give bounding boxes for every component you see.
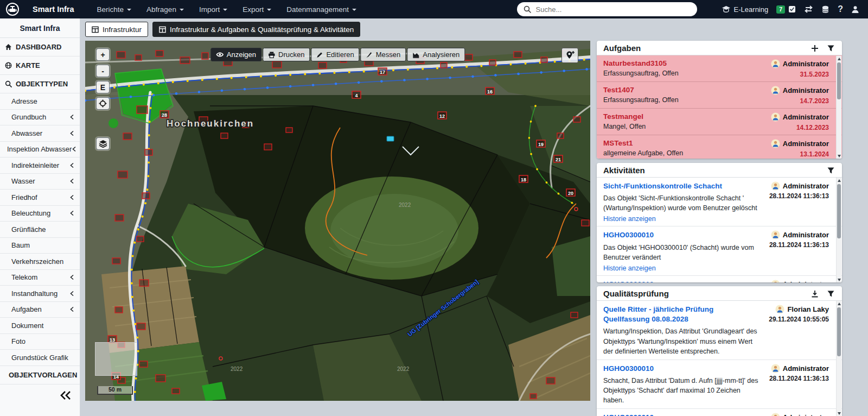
add-task-button[interactable] — [811, 45, 819, 52]
sidebar-item-friedhof[interactable]: Friedhof — [0, 190, 80, 206]
caret-down-icon — [223, 9, 227, 11]
menu-import[interactable]: Import — [199, 5, 227, 14]
map-marker: 13 — [110, 337, 115, 343]
add-marker-button[interactable] — [561, 48, 578, 63]
sidebar-item-indirekteinleiter[interactable]: Indirekteinleiter — [0, 157, 80, 174]
map-marker: 16 — [487, 89, 493, 94]
sidebar-item-beleuchtung[interactable]: Beleuchtung — [0, 206, 80, 222]
avatar — [771, 59, 780, 68]
scrollbar-thumb[interactable] — [837, 62, 841, 99]
activity-row[interactable]: Sicht-/Funktionskontrolle Schacht Das Ob… — [597, 178, 842, 226]
sidebar-item-dashboard[interactable]: DASHBOARD — [0, 38, 80, 56]
menu-abfragen[interactable]: Abfragen — [146, 5, 184, 14]
notification-badge[interactable]: 7 — [776, 5, 785, 14]
aufgaben-panel-title: Aufgaben — [603, 43, 641, 53]
map-overview-inset[interactable] — [95, 342, 137, 376]
chevron-left-icon — [69, 130, 74, 136]
scrollbar[interactable] — [836, 178, 841, 282]
app-logo-icon[interactable] — [5, 2, 20, 16]
tab-infrastruktur-aufgaben-qualitaetspruefung-aktivitaeten[interactable]: Infrastruktur & Aufgaben & Qualitätsprüf… — [152, 22, 360, 37]
scroll-up-arrow[interactable] — [837, 56, 841, 61]
quality-row[interactable]: Quelle Ritter - jährliche Prüfung Quellf… — [597, 301, 842, 360]
search-box — [517, 2, 697, 16]
sidebar-item-inspektion-abwasser[interactable]: Inspektion Abwasser — [0, 142, 80, 158]
sidebar-item-foto[interactable]: Foto — [0, 334, 80, 350]
database-icon[interactable] — [821, 5, 829, 14]
sidebar-item-dokument[interactable]: Dokument — [0, 318, 80, 334]
historie-anzeigen-link[interactable]: Historie anzeigen — [603, 215, 760, 223]
scroll-up-arrow[interactable] — [837, 178, 841, 183]
scrollbar[interactable] — [836, 56, 841, 159]
sidebar-item-baum[interactable]: Baum — [0, 238, 80, 254]
scroll-down-arrow[interactable] — [837, 277, 841, 282]
sidebar-collapse-button[interactable] — [0, 385, 80, 406]
help-icon[interactable]: ? — [838, 4, 843, 14]
sidebar-item-grundbuch[interactable]: Grundbuch — [0, 110, 80, 126]
sidebar-item-aufgaben[interactable]: Aufgaben — [0, 302, 80, 318]
sidebar-item-wasser[interactable]: Wasser — [0, 174, 80, 190]
download-icon[interactable] — [811, 290, 819, 298]
grid-icon — [159, 26, 166, 33]
sidebar-item-objekttypen[interactable]: OBJEKTTYPEN — [0, 75, 80, 93]
sidebar-item-grundstueck-grafik[interactable]: Grundstück Grafik — [0, 350, 80, 366]
scroll-down-arrow[interactable] — [837, 411, 841, 416]
task-row[interactable]: TestmangelMangel, Offen Administrator14.… — [597, 109, 842, 135]
checkbox-icon[interactable] — [788, 5, 796, 13]
pen-icon — [366, 52, 373, 58]
scrollbar-thumb[interactable] — [837, 307, 841, 356]
menu-berichte[interactable]: Berichte — [97, 5, 132, 14]
elearning-link[interactable]: E-Learning — [722, 5, 769, 14]
map-year-label: 2022 — [231, 366, 243, 372]
activity-row[interactable]: HGHO0300010 Administrator — [597, 276, 842, 282]
zoom-out-button[interactable]: - — [96, 65, 110, 77]
scrollbar[interactable] — [836, 301, 841, 416]
map-mode-editieren[interactable]: Editieren — [311, 48, 359, 61]
task-row[interactable]: Naturbestand3105Erfassungsauftrag, Offen… — [597, 55, 842, 82]
caret-down-icon — [127, 9, 131, 11]
map-mode-messen[interactable]: Messen — [361, 48, 406, 61]
menu-export[interactable]: Export — [242, 5, 271, 14]
task-row[interactable]: Test1407Erfassungsauftrag, Offen Adminis… — [597, 82, 842, 109]
scroll-down-arrow[interactable] — [837, 153, 841, 159]
sidebar-item-gruenflaeche[interactable]: Grünfläche — [0, 222, 80, 238]
caret-down-icon — [180, 9, 184, 11]
map-year-label: 2022 — [397, 366, 410, 372]
map-mode-anzeigen[interactable]: Anzeigen — [210, 48, 261, 61]
main-menu: Berichte Abfragen Import Export Datenman… — [97, 5, 356, 14]
task-row[interactable]: MSTest1allgemeine Aufgabe, Offen Adminis… — [597, 135, 842, 159]
chevron-left-icon — [69, 210, 74, 216]
sidebar-item-karte[interactable]: KARTE — [0, 56, 80, 75]
extent-button[interactable]: E — [96, 81, 110, 93]
filter-icon[interactable] — [827, 167, 834, 174]
zoom-in-button[interactable]: + — [96, 48, 110, 61]
swap-arrows-icon[interactable] — [804, 5, 813, 13]
sidebar-item-objektvorlagen[interactable]: OBJEKTVORLAGEN — [0, 366, 80, 385]
layers-button[interactable] — [96, 137, 110, 150]
search-input[interactable] — [536, 5, 691, 14]
map-mode-drucken[interactable]: Drucken — [263, 48, 310, 61]
scroll-up-arrow[interactable] — [837, 301, 841, 306]
globe-icon — [5, 62, 12, 69]
map-canvas[interactable]: Hochneukirchen 2022 2022 2022 UG [Zubrin… — [85, 41, 590, 401]
filter-icon[interactable] — [827, 291, 834, 297]
menu-datenmanagement[interactable]: Datenmanagement — [286, 5, 356, 14]
home-icon — [5, 43, 12, 51]
map-mode-analysieren[interactable]: Analysieren — [407, 48, 465, 61]
activity-row[interactable]: HGHO0300010 Das Objekt 'HGHO0300010' (Sc… — [597, 226, 842, 275]
locate-button[interactable] — [96, 97, 110, 110]
quality-row[interactable]: HGHO0300010 Schacht, Das Attribut 'Datum… — [597, 360, 842, 409]
quality-row[interactable]: HGHO0300010 Administrator — [597, 409, 842, 416]
historie-anzeigen-link[interactable]: Historie anzeigen — [603, 264, 760, 272]
sidebar-item-instandhaltung[interactable]: Instandhaltung — [0, 286, 80, 302]
user-icon[interactable] — [851, 5, 859, 14]
sidebar-item-abwasser[interactable]: Abwasser — [0, 125, 80, 142]
sidebar-item-adresse[interactable]: Adresse — [0, 93, 80, 110]
scrollbar-thumb[interactable] — [837, 184, 841, 238]
chevron-left-icon — [69, 162, 74, 168]
avatar — [771, 413, 780, 416]
aktivitaeten-panel-title: Aktivitäten — [603, 166, 645, 175]
sidebar-item-telekom[interactable]: Telekom — [0, 270, 80, 286]
sidebar-item-verkehrszeichen[interactable]: Verkehrszeichen — [0, 254, 80, 270]
tab-infrastruktur[interactable]: Infrastruktur — [85, 22, 148, 37]
filter-icon[interactable] — [827, 45, 834, 52]
